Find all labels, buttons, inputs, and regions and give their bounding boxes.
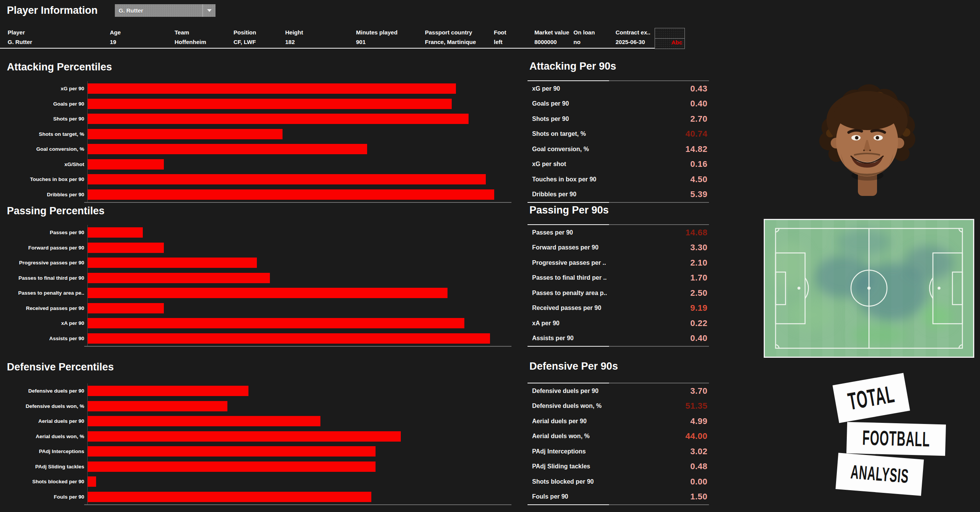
stat-value: 5.39 <box>690 189 709 199</box>
percentile-bar[interactable] <box>88 288 448 298</box>
info-value-7: left <box>494 39 503 45</box>
bar-track <box>87 414 511 429</box>
chart-row: Received passes per 90 <box>0 301 513 316</box>
bar-label: PAdj Interceptions <box>0 448 87 454</box>
stat-row: xA per 900.22 <box>528 316 709 331</box>
stat-row: Defensive duels won, %51.35 <box>528 399 709 414</box>
bar-label: Shots blocked per 90 <box>0 479 87 484</box>
stat-label: PAdj Interceptions <box>528 448 586 455</box>
percentile-bar[interactable] <box>88 303 164 313</box>
info-value-0: G. Rutter <box>8 39 32 45</box>
bar-label: Fouls per 90 <box>0 494 87 500</box>
stat-value: 40.74 <box>685 129 709 139</box>
percentile-bar[interactable] <box>88 476 96 487</box>
bar-track <box>87 459 511 474</box>
percentile-bar[interactable] <box>88 159 164 170</box>
stat-label: PAdj Sliding tackles <box>528 463 590 470</box>
percentile-bar[interactable] <box>88 416 320 426</box>
bar-label: Passes per 90 <box>0 230 87 235</box>
stat-label: Assists per 90 <box>528 335 574 342</box>
chart-row: PAdj Sliding tackles <box>0 459 513 474</box>
stat-row: PAdj Sliding tackles0.48 <box>528 459 709 474</box>
stat-value: 4.50 <box>690 174 709 184</box>
stat-row: Goal conversion, %14.82 <box>528 142 709 157</box>
player-headshot-illustration <box>806 62 928 196</box>
stat-label: Fouls per 90 <box>528 493 568 500</box>
logo-total-text: TOTAL <box>846 380 897 416</box>
percentile-bar[interactable] <box>88 174 486 184</box>
bar-label: Goal conversion, % <box>0 146 87 152</box>
percentile-bar[interactable] <box>88 431 401 442</box>
stat-value: 0.16 <box>690 159 709 169</box>
bar-label: Progressive passes per 90 <box>0 260 87 266</box>
stat-label: Passes to final third per .. <box>528 274 607 281</box>
percentile-bar[interactable] <box>88 386 248 396</box>
percentile-bar[interactable] <box>88 114 469 124</box>
stat-row: Assists per 900.40 <box>528 331 709 346</box>
bar-label: Touches in box per 90 <box>0 176 87 182</box>
stat-label: Touches in box per 90 <box>528 176 596 183</box>
stat-row: Dribbles per 905.39 <box>528 187 709 202</box>
percentile-bar[interactable] <box>88 144 367 154</box>
chart-row: Aerial duels won, % <box>0 429 513 444</box>
bar-track <box>87 157 511 172</box>
bar-track <box>87 172 511 187</box>
stat-value: 0.43 <box>690 84 709 94</box>
percentile-bar[interactable] <box>88 401 227 411</box>
bar-track <box>87 316 511 331</box>
info-value-8: 8000000 <box>534 39 557 45</box>
stat-row: xG per shot0.16 <box>528 157 709 172</box>
bar-label: Defensive duels won, % <box>0 403 87 409</box>
bar-track <box>87 187 511 202</box>
stat-label: Received passes per 90 <box>528 305 601 311</box>
stat-label: Passes per 90 <box>528 229 573 236</box>
percentile-bar[interactable] <box>88 492 371 502</box>
bar-label: Received passes per 90 <box>0 305 87 311</box>
bar-track <box>87 225 511 240</box>
bar-track <box>87 474 511 489</box>
info-value-2: Hoffenheim <box>175 39 206 45</box>
page-title: Player Information <box>7 5 98 16</box>
percentile-bar[interactable] <box>88 446 376 457</box>
info-header-5: Minutes played <box>356 29 397 36</box>
percentile-bar[interactable] <box>88 258 257 268</box>
percentile-bar[interactable] <box>88 273 270 283</box>
chart-row: Passes to final third per 90 <box>0 271 513 286</box>
defensive-per90-title: Defensive Per 90s <box>529 360 618 372</box>
logo-total-box: TOTAL <box>833 373 910 423</box>
info-header-6: Passport country <box>425 29 472 36</box>
percentile-bar[interactable] <box>88 333 490 344</box>
percentile-bar[interactable] <box>88 461 376 472</box>
dropdown-arrow-button[interactable] <box>203 4 216 17</box>
bar-track <box>87 240 511 256</box>
info-header-9: On loan <box>573 29 595 36</box>
stat-value: 14.68 <box>685 228 709 238</box>
percentile-bar[interactable] <box>88 243 164 253</box>
abc-column-divider <box>655 38 684 39</box>
stat-value: 1.70 <box>690 273 709 283</box>
info-value-3: CF, LWF <box>234 39 256 45</box>
stat-value: 3.02 <box>690 447 709 457</box>
percentile-bar[interactable] <box>88 83 456 94</box>
logo-football-box: FOOTBALL <box>846 422 946 456</box>
chart-row: Shots per 90 <box>0 111 513 127</box>
bar-label: Dribbles per 90 <box>0 192 87 197</box>
stat-value: 4.99 <box>690 416 709 426</box>
logo-analysis-box: ANALYSIS <box>836 453 924 496</box>
percentile-bar[interactable] <box>88 318 464 328</box>
stat-row: Passes per 9014.68 <box>528 225 709 240</box>
chart-row: xA per 90 <box>0 316 513 331</box>
percentile-bar[interactable] <box>88 189 494 200</box>
stat-row: Passes to penalty area p..2.50 <box>528 285 709 301</box>
defensive-percentiles-title: Defensive Percentiles <box>7 361 114 373</box>
dashboard: Player Information G. Rutter PlayerG. Ru… <box>0 0 980 512</box>
bar-track <box>87 96 511 112</box>
percentile-bar[interactable] <box>88 129 283 139</box>
percentile-bar[interactable] <box>88 227 143 238</box>
player-select-dropdown[interactable]: G. Rutter <box>115 4 216 17</box>
stat-row: Shots per 902.70 <box>528 111 709 127</box>
chart-row: PAdj Interceptions <box>0 444 513 459</box>
percentile-bar[interactable] <box>88 99 452 109</box>
stat-value: 14.82 <box>685 144 709 154</box>
info-value-5: 901 <box>356 39 366 45</box>
